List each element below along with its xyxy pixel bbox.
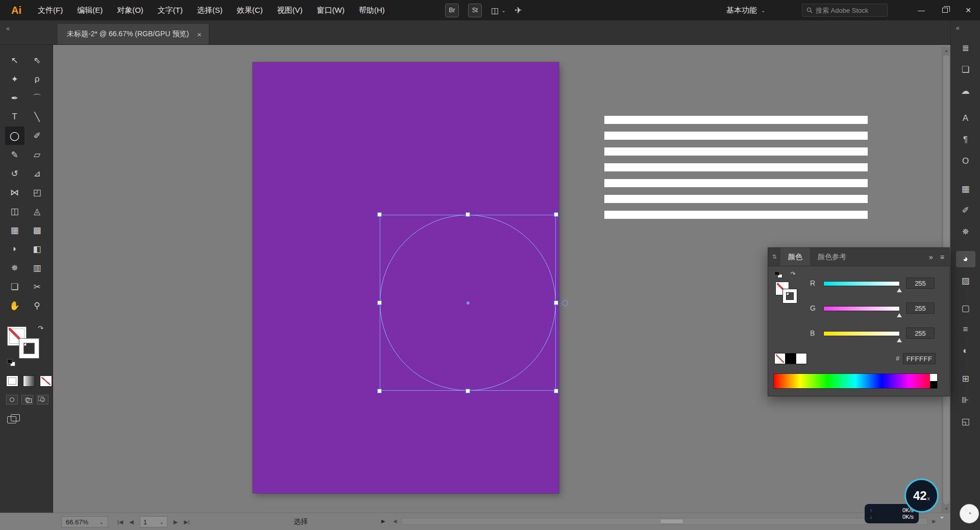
performance-badge[interactable]: 42 x [904,478,939,513]
restore-button[interactable] [933,0,957,20]
minimize-button[interactable]: — [910,0,933,20]
lasso-tool[interactable]: ρ [28,70,47,88]
artboard-tool[interactable]: ❏ [5,277,24,296]
horizontal-scrollbar-track[interactable] [401,518,928,525]
character-panel-icon[interactable]: A [956,110,975,127]
stroke-swatch[interactable] [19,339,39,358]
none-swatch[interactable] [774,353,786,364]
workspace-switcher[interactable]: 基本功能 ⌄ [726,0,765,20]
stock-search[interactable] [802,4,888,17]
rotate-tool[interactable]: ↺ [5,164,24,183]
hex-value-field[interactable]: FFFFFF [903,353,936,364]
black-swatch[interactable] [785,353,796,364]
black-corner-swatch[interactable] [930,381,937,388]
menu-help[interactable]: 帮助(H) [352,0,392,20]
stroke-swatch[interactable] [783,289,797,303]
horizontal-scrollbar[interactable]: ◀ ▶ [393,517,936,526]
direct-selection-tool[interactable]: ⇖ [28,51,47,69]
last-artboard-button[interactable]: ▶| [184,519,189,525]
green-slider-track[interactable] [823,306,900,311]
line-segment-tool[interactable]: ╲ [28,108,47,126]
zoom-level-dropdown[interactable]: 66.67% ⌄ [61,516,108,527]
properties-panel-icon[interactable]: ≣ [956,40,975,56]
first-artboard-button[interactable]: |◀ [117,519,123,525]
free-transform-tool[interactable]: ◰ [28,183,47,201]
gradient-tool[interactable]: ▩ [28,221,47,239]
selection-handle-w[interactable] [377,300,382,305]
horizontal-scrollbar-thumb[interactable] [660,519,683,524]
share-icon[interactable]: ✈ [515,5,522,16]
selection-handle-se[interactable] [554,389,558,393]
menu-file[interactable]: 文件(F) [31,0,70,20]
mesh-tool[interactable]: ▦ [5,221,24,239]
toolbar-collapse-icon[interactable]: « [6,24,9,32]
selection-handle-e[interactable] [554,300,558,305]
zoom-tool[interactable]: ⚲ [28,296,47,315]
pen-tool[interactable]: ✒ [5,89,24,107]
libraries-panel-icon[interactable]: ☁ [956,83,975,99]
scroll-right-icon[interactable]: ▶ [932,518,936,524]
layers-panel-icon[interactable]: ❏ [956,61,975,78]
close-icon[interactable]: × [197,30,202,39]
column-graph-tool[interactable]: ▥ [28,259,47,277]
stroke-panel-icon[interactable]: ≡ [956,321,975,338]
symbols-panel-icon[interactable]: ✵ [956,223,975,240]
hand-tool[interactable]: ✋ [5,296,24,315]
color-button[interactable] [6,375,18,387]
slider-thumb[interactable] [897,311,902,317]
opentype-panel-icon[interactable]: O [956,153,975,169]
blue-slider-track[interactable] [823,331,900,336]
panel-collapse-icon[interactable]: ⇅ [768,248,780,266]
next-artboard-button[interactable]: ▶ [174,519,178,525]
red-slider-track[interactable] [823,281,900,286]
color-spectrum-bar[interactable] [773,373,938,389]
shape-builder-tool[interactable]: ◫ [5,202,24,220]
scale-tool[interactable]: ⊿ [28,164,47,183]
selection-handle-nw[interactable] [377,212,382,217]
bridge-icon[interactable]: Br [445,4,459,17]
pathfinder-panel-icon[interactable]: ◱ [956,413,975,430]
draw-behind-button[interactable] [21,395,33,405]
collapse-to-icons-icon[interactable]: » [929,253,933,261]
eyedropper-tool[interactable]: ◗ [5,240,24,258]
eraser-tool[interactable]: ▱ [28,145,47,164]
scroll-down-icon[interactable]: ▼ [942,507,950,511]
menu-window[interactable]: 窗口(W) [310,0,352,20]
color-guide-panel-icon[interactable]: ▨ [956,272,975,289]
pencil-tool[interactable]: ✎ [5,145,24,164]
tab-color[interactable]: 颜色 [780,248,810,266]
symbol-sprayer-tool[interactable]: ✵ [5,259,24,277]
previous-artboard-button[interactable]: ◀ [129,519,133,525]
draw-inside-button[interactable] [37,395,48,405]
selection-tool[interactable]: ↖ [5,51,24,69]
curvature-tool[interactable]: ⌒ [28,89,47,107]
swap-fill-stroke-icon[interactable]: ↷ [791,270,796,277]
white-swatch[interactable] [796,353,807,364]
search-input[interactable] [816,7,883,14]
live-shape-side-widget[interactable] [562,300,568,306]
green-value-field[interactable]: 255 [906,302,935,314]
paragraph-panel-icon[interactable]: ¶ [956,132,975,148]
selection-handle-s[interactable] [465,389,470,393]
default-fill-stroke-icon[interactable] [7,359,16,367]
slice-tool[interactable]: ✂ [28,277,47,296]
none-button[interactable] [40,375,52,387]
panel-menu-icon[interactable]: ≡ [940,253,944,261]
selection-handle-ne[interactable] [554,212,558,217]
ellipse-tool[interactable]: ◯ [5,127,24,145]
menu-effect[interactable]: 效果(C) [230,0,270,20]
scroll-up-icon[interactable]: ▲ [942,48,950,53]
menu-object[interactable]: 对象(O) [110,0,151,20]
close-button[interactable]: ✕ [957,0,980,20]
menu-select[interactable]: 选择(S) [190,0,230,20]
slider-thumb[interactable] [897,286,902,292]
artboard-number-dropdown[interactable]: 1 ⌄ [140,516,167,527]
selection-handle-sw[interactable] [377,389,382,393]
swap-fill-stroke-icon[interactable]: ↷ [38,324,43,332]
transform-panel-icon[interactable]: ⊞ [956,370,975,387]
scroll-left-icon[interactable]: ◀ [393,518,397,524]
appearance-panel-icon[interactable]: ▢ [956,300,975,316]
blend-tool[interactable]: ◧ [28,240,47,258]
overlay-collapse-icon[interactable]: ⌄ [939,512,945,520]
screen-mode-button[interactable] [7,414,20,425]
